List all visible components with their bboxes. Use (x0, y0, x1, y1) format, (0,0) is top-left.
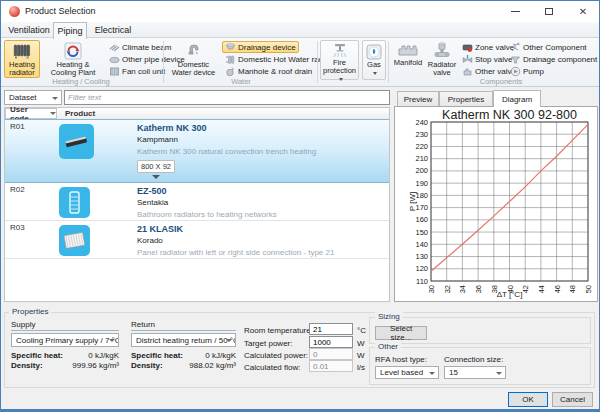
tab-preview[interactable]: Preview (397, 91, 439, 107)
ribbon-item-drainage-device[interactable]: Drainage device (222, 41, 299, 53)
chevron-down-icon[interactable] (152, 175, 160, 179)
fire-protection-icon (331, 43, 349, 59)
chevron-down-icon (226, 339, 232, 342)
column-header-product[interactable]: Product (65, 109, 95, 118)
svg-text:110: 110 (416, 277, 428, 286)
supply-specific-heat-label: Specific heat: (11, 351, 63, 360)
svg-text:170: 170 (415, 203, 428, 212)
zone-valve-icon (462, 42, 473, 53)
svg-text:30: 30 (427, 285, 436, 293)
svg-text:150: 150 (415, 228, 428, 237)
ribbon-item-pump[interactable]: Pump (507, 65, 547, 77)
ribbon-button-manifold[interactable]: Manifold (390, 40, 426, 78)
select-size-button[interactable]: Select size... (375, 326, 427, 340)
product-name: 21 KLASIK (137, 224, 183, 234)
ribbon-item-drainage-component[interactable]: Drainage component (507, 53, 600, 65)
sizing-group-label: Sizing (375, 312, 403, 321)
chevron-down-icon (109, 339, 115, 342)
svg-text:240: 240 (415, 118, 428, 127)
filter-input[interactable] (64, 90, 390, 105)
ribbon-button-gas[interactable]: Gas (362, 40, 386, 80)
connection-size-label: Connection size: (444, 355, 503, 364)
ribbon-button-domestic-water-device[interactable]: Domestic Water device (166, 40, 221, 78)
cancel-button[interactable]: Cancel (552, 392, 593, 407)
svg-text:34: 34 (458, 285, 467, 293)
svg-text:140: 140 (415, 240, 428, 249)
product-selection-dialog: Product Selection ✕ Ventilation Piping E… (0, 0, 600, 412)
gas-icon (365, 43, 383, 61)
connection-size-combobox[interactable]: 15 (444, 366, 506, 379)
group-separator (163, 41, 164, 83)
column-header-user-code[interactable]: User code (5, 108, 57, 119)
title-bar: Product Selection ✕ (1, 1, 599, 22)
ok-button[interactable]: OK (508, 392, 548, 407)
ribbon-button-heating-radiator[interactable]: Heating radiator (4, 40, 40, 78)
return-density-value: 988.02 kg/m³ (178, 361, 236, 370)
svg-text:190: 190 (415, 179, 428, 188)
group-separator (317, 41, 318, 83)
target-power-unit: W (357, 339, 365, 348)
tab-properties[interactable]: Properties (439, 91, 493, 107)
tab-electrical[interactable]: Electrical (89, 22, 137, 38)
chevron-down-icon (50, 112, 56, 115)
product-thumbnail (59, 124, 94, 159)
stop-valve-icon (462, 54, 473, 65)
ribbon-item-fan-coil-unit[interactable]: Fan coil unit (106, 65, 168, 77)
ribbon-button-radiator-valve[interactable]: Radiator valve (426, 40, 458, 78)
close-button[interactable]: ✕ (566, 1, 600, 22)
row-code: R02 (10, 185, 25, 194)
svg-text:Katherm NK 300 92-800: Katherm NK 300 92-800 (442, 108, 577, 122)
drainage-component-icon (510, 54, 521, 65)
return-combobox[interactable]: District heating return / 50 °C (131, 333, 236, 347)
ribbon-item-manhole-roof-drain[interactable]: Manhole & roof drain (222, 65, 315, 77)
product-list: User code Product R01 Katherm NK 300 Kam… (4, 107, 390, 302)
tab-diagram[interactable]: Diagram (493, 90, 541, 107)
chevron-down-icon (52, 97, 58, 100)
group-label-water: Water (196, 77, 286, 86)
other-valve-icon (462, 66, 473, 77)
row-code: R03 (10, 223, 25, 232)
calculated-power-unit: W (357, 351, 365, 360)
other-group-label: Other (375, 342, 401, 351)
ribbon-button-heating-cooling-plant[interactable]: Heating & Cooling Plant (42, 40, 104, 78)
rfa-host-type-combobox[interactable]: Level based (375, 366, 439, 379)
diagram-panel: 3032343638404244464850110120130140150160… (394, 106, 598, 302)
svg-text:230: 230 (415, 130, 428, 139)
group-label-heating-cooling: Heating / Cooling (31, 77, 131, 86)
ribbon-button-fire-protection[interactable]: Fire protection (320, 40, 359, 80)
product-description: Bathroom radiators to heating networks (137, 210, 277, 219)
product-row-ez500[interactable]: R02 EZ-500 Sentakia Bathroom radiators t… (5, 183, 389, 221)
supply-label: Supply (11, 320, 35, 329)
svg-text:210: 210 (415, 154, 428, 163)
tab-piping[interactable]: Piping (53, 22, 87, 39)
product-row-katherm[interactable]: R01 Katherm NK 300 Kampmann Katherm NK 3… (5, 119, 389, 183)
supply-combobox[interactable]: Cooling Primary supply / 7 °C (11, 333, 119, 347)
room-temperature-unit: °C (357, 326, 366, 335)
ribbon-item-other-component[interactable]: Other Component (507, 41, 590, 53)
other-component-icon (510, 42, 521, 53)
return-label: Return (131, 320, 155, 329)
maximize-button[interactable] (532, 1, 566, 22)
svg-text:P [W]: P [W] (408, 192, 417, 211)
size-selector[interactable]: 800 X 92 (137, 160, 175, 173)
supply-specific-heat-value: 0 kJ/kgK (61, 351, 119, 360)
manifold-icon (397, 42, 419, 58)
svg-text:ΔT [°C]: ΔT [°C] (497, 290, 523, 299)
svg-text:220: 220 (415, 142, 428, 151)
dataset-combobox[interactable]: Dataset (4, 90, 62, 105)
dropdown-arrow-icon (373, 72, 377, 75)
maximize-icon (545, 8, 553, 15)
svg-text:160: 160 (415, 215, 428, 224)
calculated-flow-unit: l/s (357, 363, 365, 372)
svg-text:36: 36 (474, 285, 483, 293)
product-row-21klasik[interactable]: R03 21 KLASIK Korado Panel radiator with… (5, 221, 389, 259)
tab-ventilation[interactable]: Ventilation (5, 22, 53, 38)
properties-group-label: Properties (9, 307, 51, 316)
minimize-button[interactable] (498, 1, 532, 22)
ribbon-item-climate-beam[interactable]: Climate beam (106, 41, 174, 53)
room-temperature-input[interactable] (309, 323, 353, 335)
supply-underline (11, 330, 119, 331)
svg-text:32: 32 (443, 285, 452, 293)
return-specific-heat-value: 0 kJ/kgK (178, 351, 236, 360)
target-power-input[interactable] (309, 336, 353, 348)
